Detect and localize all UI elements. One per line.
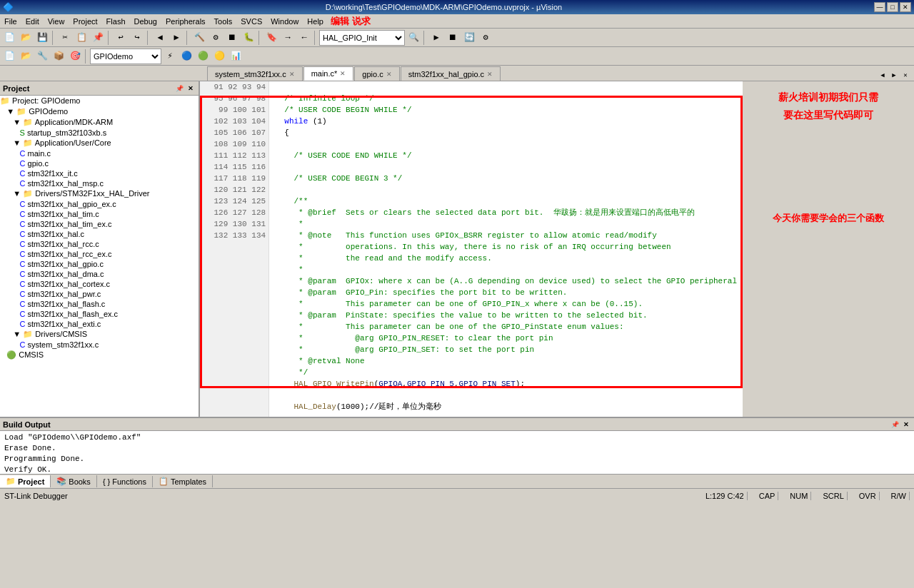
cut-button[interactable]: ✂ <box>57 30 73 46</box>
bottom-tab-books[interactable]: 📚 Books <box>51 475 97 487</box>
outdent-button[interactable]: ← <box>296 30 312 46</box>
sidebar-tree-item[interactable]: 🟢 CMSIS <box>0 350 199 360</box>
tab-gpio[interactable]: gpio.c ✕ <box>354 66 399 81</box>
stop-button[interactable]: ⏹ <box>224 30 240 46</box>
tb2-b3[interactable]: 🎯 <box>67 49 83 64</box>
bottom-tab-templates[interactable]: 📋 Templates <box>153 475 213 487</box>
stop-run-button[interactable]: ⏹ <box>445 30 461 46</box>
sidebar-tree-item[interactable]: C system_stm32f1xx.c <box>0 340 199 350</box>
sidebar-tree-item[interactable]: C stm32f1xx_hal.c <box>0 229 199 239</box>
sidebar-tree-item[interactable]: ▼ 📁 Drivers/STM32F1xx_HAL_Driver <box>0 188 199 199</box>
open-button[interactable]: 📂 <box>18 30 34 46</box>
close-button[interactable]: ✕ <box>900 2 911 12</box>
bottom-tab-functions[interactable]: { } Functions <box>97 476 153 487</box>
code-editor[interactable]: 91 92 93 94 95 96 97 98 99 100 101 102 1… <box>200 81 743 417</box>
sidebar-tree-item[interactable]: C stm32f1xx_hal_tim_ex.c <box>0 219 199 229</box>
tab-main[interactable]: main.c* ✕ <box>303 66 354 81</box>
indent-button[interactable]: → <box>280 30 296 46</box>
rebuild-button[interactable]: ⚙ <box>208 30 224 46</box>
redo-button[interactable]: ↪ <box>129 30 145 46</box>
build-float[interactable]: 📌 <box>890 420 900 430</box>
sidebar-tree-item[interactable]: C stm32f1xx_hal_exti.c <box>0 319 199 329</box>
sidebar-tree-item[interactable]: C stm32f1xx_hal_gpio.c <box>0 259 199 269</box>
tb2-b6[interactable]: 🟢 <box>195 49 211 64</box>
menu-peripherals[interactable]: Peripherals <box>161 16 210 27</box>
function-selector[interactable]: HAL_GPIO_Init <box>319 30 405 46</box>
bottom-tab-project[interactable]: 📁 Project <box>0 475 51 487</box>
sidebar-tree-item[interactable]: S startup_stm32f103xb.s <box>0 128 199 138</box>
tb2-new[interactable]: 📄 <box>1 49 17 64</box>
sidebar-title: Project <box>3 84 29 93</box>
settings-button[interactable]: ⚙ <box>478 30 493 46</box>
menu-svcs[interactable]: SVCS <box>236 16 266 27</box>
build-button[interactable]: 🔨 <box>191 30 207 46</box>
toolbar-separator7 <box>423 31 426 45</box>
debug-button[interactable]: 🐛 <box>241 30 256 46</box>
sidebar-tree-item[interactable]: C stm32f1xx_hal_cortex.c <box>0 279 199 289</box>
tb2-b1[interactable]: 🔧 <box>34 49 50 64</box>
sidebar-tree-item[interactable]: C stm32f1xx_hal_rcc_ex.c <box>0 249 199 259</box>
sidebar-tree-item[interactable]: ▼ 📁 Drivers/CMSIS <box>0 329 199 340</box>
menu-tools[interactable]: Tools <box>210 16 237 27</box>
bookmark-button[interactable]: 🔖 <box>263 30 279 46</box>
tab-system-close[interactable]: ✕ <box>289 71 295 78</box>
sidebar-tree-item[interactable]: C stm32f1xx_hal_msp.c <box>0 178 199 188</box>
sidebar-tree-item[interactable]: 📁 Project: GPIOdemo <box>0 96 199 106</box>
reset-button[interactable]: 🔄 <box>461 30 477 46</box>
menu-view[interactable]: View <box>44 16 69 27</box>
menu-flash[interactable]: Flash <box>102 16 130 27</box>
menu-help[interactable]: Help <box>303 16 328 27</box>
code-scroll[interactable]: 91 92 93 94 95 96 97 98 99 100 101 102 1… <box>200 81 743 417</box>
menu-file[interactable]: File <box>0 16 21 27</box>
tb2-b8[interactable]: 📊 <box>228 49 243 64</box>
sidebar-tree-item[interactable]: C stm32f1xx_it.c <box>0 168 199 178</box>
build-close[interactable]: ✕ <box>901 420 911 430</box>
sidebar-tree-item[interactable]: C stm32f1xx_hal_dma.c <box>0 269 199 279</box>
sidebar-float[interactable]: 📌 <box>174 83 184 93</box>
bottom-tabs: 📁 Project 📚 Books { } Functions 📋 Templa… <box>0 474 914 488</box>
tb2-b7[interactable]: 🟡 <box>211 49 227 64</box>
sidebar-tree-item[interactable]: ▼ 📁 Application/MDK-ARM <box>0 117 199 128</box>
sidebar-tree-item[interactable]: ▼ 📁 GPIOdemo <box>0 106 199 117</box>
sidebar-tree-item[interactable]: C gpio.c <box>0 158 199 168</box>
nav-back-button[interactable]: ◀ <box>152 30 168 46</box>
nav-forward-button[interactable]: ▶ <box>169 30 184 46</box>
menu-debug[interactable]: Debug <box>130 16 161 27</box>
books-tab-icon: 📚 <box>56 477 66 486</box>
tab-hal-gpio[interactable]: stm32f1xx_hal_gpio.c ✕ <box>401 66 501 81</box>
tab-gpio-close[interactable]: ✕ <box>386 71 392 78</box>
copy-button[interactable]: 📋 <box>74 30 89 46</box>
tab-system[interactable]: system_stm32f1xx.c ✕ <box>207 66 303 81</box>
tabs-scroll-left[interactable]: ◀ <box>877 69 888 81</box>
sidebar-tree-item[interactable]: C stm32f1xx_hal_flash.c <box>0 299 199 309</box>
undo-button[interactable]: ↩ <box>113 30 129 46</box>
tb2-b5[interactable]: 🔵 <box>179 49 194 64</box>
tb2-b2[interactable]: 📦 <box>51 49 66 64</box>
tab-main-close[interactable]: ✕ <box>340 70 346 77</box>
paste-button[interactable]: 📌 <box>90 30 106 46</box>
tb2-b4[interactable]: ⚡ <box>162 49 178 64</box>
project-selector[interactable]: GPIOdemo <box>90 49 161 64</box>
tabs-scroll-right[interactable]: ▶ <box>888 69 900 81</box>
menu-edit[interactable]: Edit <box>21 16 44 27</box>
search-button[interactable]: 🔍 <box>406 30 421 46</box>
minimize-button[interactable]: — <box>874 2 885 12</box>
sidebar-tree-item[interactable]: ▼ 📁 Application/User/Core <box>0 138 199 148</box>
menu-window[interactable]: Window <box>266 16 303 27</box>
sidebar-tree-item[interactable]: C stm32f1xx_hal_rcc.c <box>0 239 199 249</box>
code-text[interactable]: /* Infinite loop */ /* USER CODE BEGIN W… <box>269 81 743 417</box>
sidebar-tree-item[interactable]: C stm32f1xx_hal_flash_ex.c <box>0 309 199 319</box>
maximize-button[interactable]: □ <box>887 2 898 12</box>
save-button[interactable]: 💾 <box>34 30 50 46</box>
run-button[interactable]: ▶ <box>428 30 444 46</box>
close-pane[interactable]: ✕ <box>900 69 911 81</box>
sidebar-close[interactable]: ✕ <box>186 83 196 93</box>
sidebar-tree-item[interactable]: C stm32f1xx_hal_pwr.c <box>0 289 199 299</box>
sidebar-tree-item[interactable]: C stm32f1xx_hal_tim.c <box>0 209 199 219</box>
new-file-button[interactable]: 📄 <box>1 30 17 46</box>
sidebar-tree-item[interactable]: C main.c <box>0 148 199 158</box>
tb2-open[interactable]: 📂 <box>18 49 34 64</box>
menu-project[interactable]: Project <box>69 16 101 27</box>
sidebar-tree-item[interactable]: C stm32f1xx_hal_gpio_ex.c <box>0 199 199 209</box>
tab-hal-gpio-close[interactable]: ✕ <box>487 71 493 78</box>
